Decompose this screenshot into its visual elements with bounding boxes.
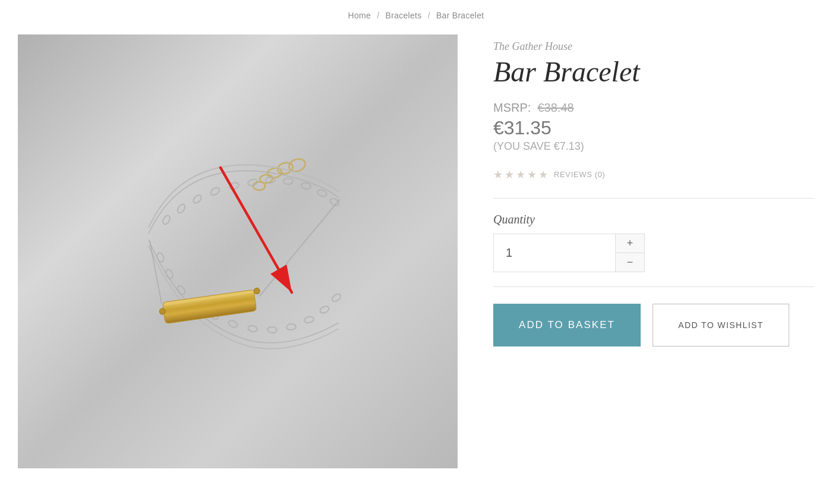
quantity-decrement-button[interactable]: − [616,253,644,272]
svg-point-17 [165,269,174,280]
savings: (YOU SAVE €7.13) [493,140,814,153]
breadcrumb-bracelets[interactable]: Bracelets [386,11,422,20]
breadcrumb-sep-1: / [377,11,379,20]
svg-point-26 [319,305,330,314]
add-to-wishlist-button[interactable]: ADD TO WISHLIST [653,304,789,346]
svg-point-12 [283,178,293,184]
divider-1 [493,198,814,199]
quantity-buttons: + − [616,234,644,272]
svg-point-31 [253,288,260,294]
breadcrumb-current: Bar Bracelet [436,11,484,20]
star-2[interactable]: ★ [505,168,514,181]
product-image-container [18,34,458,468]
svg-line-32 [150,241,162,304]
quantity-increment-button[interactable]: + [616,234,644,253]
quantity-control: 1 + − [493,234,645,272]
product-page: The Gather House Bar Bracelet MSRP: €38.… [0,29,832,492]
product-title: Bar Bracelet [493,56,814,88]
star-1[interactable]: ★ [493,168,503,181]
svg-point-6 [176,203,186,215]
svg-point-13 [301,182,311,190]
svg-point-27 [331,292,342,303]
svg-point-7 [192,194,203,204]
svg-line-33 [259,199,340,297]
svg-point-21 [228,319,239,329]
svg-point-5 [162,215,172,226]
bracelet-image [65,109,410,394]
sale-price: €31.35 [493,117,814,139]
svg-point-22 [247,325,258,333]
reviews-row: ★ ★ ★ ★ ★ REVIEWS (0) [493,168,814,181]
svg-point-14 [317,189,327,198]
svg-point-16 [156,252,165,263]
quantity-label: Quantity [493,213,814,226]
action-buttons: ADD TO BASKET ADD TO WISHLIST [493,304,814,346]
svg-point-4 [253,182,265,190]
star-4[interactable]: ★ [527,168,537,181]
divider-2 [493,286,814,287]
star-5[interactable]: ★ [538,168,548,181]
svg-point-8 [210,186,221,196]
svg-point-23 [267,326,278,333]
reviews-label[interactable]: REVIEWS (0) [554,170,606,179]
stars[interactable]: ★ ★ ★ ★ ★ [493,168,548,181]
price-section: MSRP: €38.48 €31.35 (YOU SAVE €7.13) [493,101,814,165]
svg-point-25 [304,316,314,324]
add-to-basket-button[interactable]: ADD TO BASKET [493,304,641,346]
brand-name: The Gather House [493,40,814,53]
breadcrumb-home[interactable]: Home [348,11,371,20]
svg-point-11 [265,177,275,184]
star-3[interactable]: ★ [516,168,525,181]
product-image-bg [18,34,458,468]
product-details: The Gather House Bar Bracelet MSRP: €38.… [493,34,814,468]
msrp-line: MSRP: €38.48 [493,101,814,115]
breadcrumb: Home / Bracelets / Bar Bracelet [0,0,832,29]
svg-point-18 [176,285,186,296]
svg-point-9 [229,181,240,191]
msrp-price: €38.48 [537,101,573,114]
quantity-display: 1 [494,234,616,272]
breadcrumb-sep-2: / [428,11,430,20]
msrp-label: MSRP: [493,101,531,114]
svg-point-24 [286,323,297,330]
